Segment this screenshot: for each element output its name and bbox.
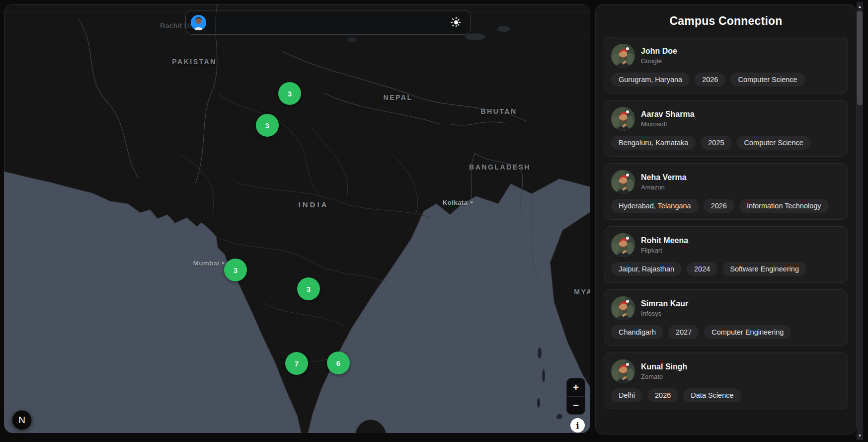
avatar	[611, 233, 635, 257]
profile-identity: John Doe Google	[641, 47, 677, 65]
map-label-india: INDIA	[299, 200, 329, 209]
map-search-bar[interactable]	[185, 10, 471, 35]
profile-name: Aarav Sharma	[641, 110, 695, 119]
profile-company: Google	[641, 57, 677, 65]
profile-card-header: Simran Kaur Infosys	[611, 296, 841, 320]
tag-pill: Jaipur, Rajasthan	[611, 262, 682, 276]
profile-name: John Doe	[641, 47, 677, 56]
map-label-pakistan: PAKISTAN	[172, 58, 216, 66]
scrollbar-thumb[interactable]	[857, 11, 863, 105]
profile-card-header: Rohit Meena Flipkart	[611, 233, 841, 257]
profile-card[interactable]: Rohit Meena Flipkart Jaipur, Rajasthan20…	[604, 226, 848, 283]
avatar	[611, 359, 635, 383]
profile-identity: Simran Kaur Infosys	[641, 299, 688, 317]
santa-portrait-icon	[611, 107, 635, 131]
tag-row: Delhi2026Data Science	[611, 388, 841, 402]
tag-pill: Chandigarh	[611, 325, 663, 339]
profile-card-header: John Doe Google	[611, 44, 841, 68]
santa-portrait-icon	[611, 296, 635, 320]
profile-card[interactable]: Kunal Singh Zomato Delhi2026Data Science	[604, 353, 848, 409]
profile-name: Rohit Meena	[641, 236, 688, 245]
profile-company: Zomato	[641, 373, 687, 380]
tag-pill: Computer Engineering	[704, 325, 791, 339]
map-label-myanmar: MYANMAR	[574, 288, 590, 296]
profile-card[interactable]: John Doe Google Gurugram, Haryana2026Com…	[604, 37, 848, 93]
profile-name: Neha Verma	[641, 173, 687, 182]
tag-row: Bengaluru, Karnataka2025Computer Science	[611, 136, 841, 150]
zoom-in-button[interactable]: +	[567, 378, 585, 396]
tag-pill: 2026	[695, 73, 725, 87]
map-label-bhutan: BHUTAN	[480, 107, 517, 115]
scrollbar-up-arrow[interactable]: ▲	[857, 3, 863, 10]
tag-pill: Gurugram, Haryana	[611, 73, 690, 87]
tag-pill: Hyderabad, Telangana	[611, 199, 699, 213]
avatar	[611, 170, 635, 194]
map-label-bangladesh: BANGLADESH	[469, 163, 531, 171]
tag-pill: Software Engineering	[722, 262, 806, 276]
profile-identity: Kunal Singh Zomato	[641, 362, 687, 380]
user-avatar-marker[interactable]	[191, 15, 206, 30]
profile-card[interactable]: Simran Kaur Infosys Chandigarh2027Comput…	[604, 289, 848, 346]
profile-card[interactable]: Aarav Sharma Microsoft Bengaluru, Karnat…	[604, 100, 848, 157]
tag-pill: 2026	[704, 199, 734, 213]
profile-company: Amazon	[641, 183, 687, 191]
profile-name: Kunal Singh	[641, 362, 687, 371]
cluster-marker[interactable]: 3	[278, 82, 301, 105]
avatar	[611, 107, 635, 131]
cluster-marker[interactable]: 7	[285, 352, 308, 375]
santa-portrait-icon	[611, 44, 635, 68]
profile-company: Microsoft	[641, 120, 695, 128]
tag-pill: Delhi	[611, 388, 642, 402]
profile-identity: Neha Verma Amazon	[641, 173, 687, 191]
graticule-line	[4, 35, 590, 35]
tag-pill: Information Technology	[739, 199, 829, 213]
profile-card-header: Neha Verma Amazon	[611, 170, 841, 194]
santa-portrait-icon	[611, 233, 635, 257]
zoom-out-button[interactable]: −	[567, 397, 585, 415]
profile-company: Flipkart	[641, 247, 688, 254]
cluster-marker[interactable]: 3	[256, 114, 279, 137]
map-attribution-button[interactable]: i	[570, 418, 585, 433]
map-label-nepal: NEPAL	[384, 93, 413, 101]
tag-pill: Data Science	[683, 388, 741, 402]
map-label-mumbai: Mumbai	[193, 260, 225, 267]
profile-name: Simran Kaur	[641, 299, 688, 308]
cluster-marker[interactable]: 6	[327, 352, 350, 374]
santa-portrait-icon	[611, 359, 635, 383]
cluster-marker[interactable]: 3	[224, 259, 247, 281]
avatar	[611, 296, 635, 320]
tag-pill: Computer Science	[737, 136, 811, 150]
sidebar-title: Campus Connection	[604, 14, 848, 28]
zoom-control: + −	[566, 378, 585, 415]
profile-card[interactable]: Neha Verma Amazon Hyderabad, Telangana20…	[604, 163, 848, 220]
theme-toggle-button[interactable]	[448, 14, 465, 31]
profile-company: Infosys	[641, 310, 688, 317]
tag-row: Chandigarh2027Computer Engineering	[611, 325, 841, 339]
sun-icon	[450, 16, 462, 28]
map-panel[interactable]: PAKISTANNEPALBHUTANBANGLADESHINDIAMYANMA…	[4, 4, 590, 433]
tag-pill: 2025	[701, 136, 731, 150]
tag-row: Hyderabad, Telangana2026Information Tech…	[611, 199, 841, 213]
tag-pill: 2024	[687, 262, 717, 276]
tag-pill: Bengaluru, Karnataka	[611, 136, 696, 150]
profile-card-header: Kunal Singh Zomato	[611, 359, 841, 383]
sidebar-panel: Campus Connection John Doe	[595, 4, 857, 435]
tag-row: Gurugram, Haryana2026Computer Science	[611, 73, 841, 87]
santa-portrait-icon	[611, 170, 635, 194]
profile-card-list: John Doe Google Gurugram, Haryana2026Com…	[604, 37, 848, 409]
map-label-kolkata: Kolkata	[443, 199, 473, 206]
nextjs-dev-badge[interactable]: N	[12, 410, 32, 430]
cluster-marker[interactable]: 3	[297, 277, 320, 300]
scrollbar-down-arrow[interactable]: ▼	[857, 432, 863, 439]
tag-row: Jaipur, Rajasthan2024Software Engineerin…	[611, 262, 841, 276]
profile-identity: Aarav Sharma Microsoft	[641, 110, 695, 128]
tag-pill: Computer Science	[730, 73, 804, 87]
profile-identity: Rohit Meena Flipkart	[641, 236, 688, 254]
profile-card-header: Aarav Sharma Microsoft	[611, 107, 841, 131]
avatar	[611, 44, 635, 68]
tag-pill: 2027	[668, 325, 699, 339]
scrollbar[interactable]: ▲ ▼	[857, 2, 863, 440]
user-photo-icon	[191, 15, 206, 30]
tag-pill: 2026	[647, 388, 678, 402]
